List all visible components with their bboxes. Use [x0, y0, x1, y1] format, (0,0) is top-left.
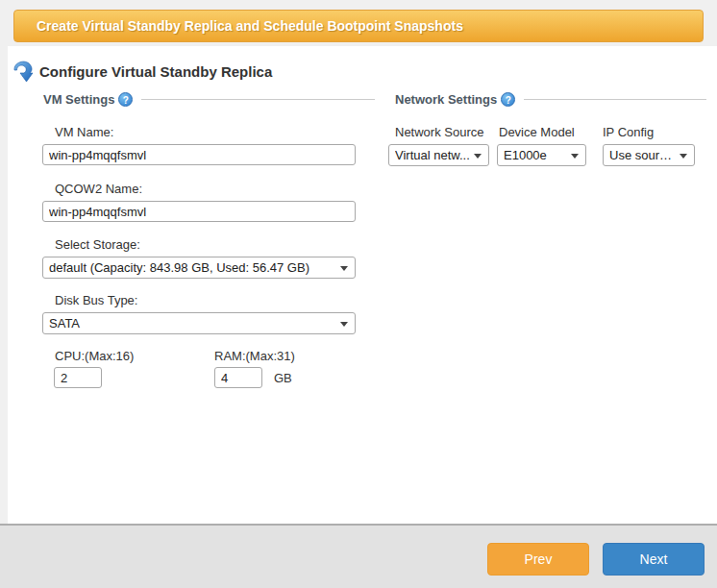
chevron-down-icon: [340, 322, 348, 327]
storage-select[interactable]: default (Capacity: 843.98 GB, Used: 56.4…: [42, 257, 356, 279]
vm-name-label: VM Name:: [55, 125, 113, 139]
network-settings-header: Network Settings ?: [388, 92, 706, 107]
network-settings-title: Network Settings: [395, 92, 497, 107]
storage-label: Select Storage:: [55, 237, 140, 252]
page-heading: Configure Virtual Standby Replica: [39, 63, 272, 80]
network-settings-section: Network Settings ? Network Source Device…: [388, 92, 706, 208]
device-model-select-value: E1000e: [504, 148, 568, 162]
device-model-label: Device Model: [499, 125, 575, 139]
network-source-select-value: Virtual netw...: [395, 148, 471, 162]
prev-button[interactable]: Prev: [487, 543, 589, 576]
chevron-down-icon: [340, 266, 348, 271]
chevron-down-icon: [571, 154, 579, 159]
cpu-input[interactable]: [54, 367, 102, 388]
disk-bus-select-value: SATA: [49, 316, 337, 331]
device-model-select[interactable]: E1000e: [497, 144, 586, 166]
network-settings-help-icon[interactable]: ?: [501, 92, 515, 107]
disk-bus-select[interactable]: SATA: [42, 312, 356, 334]
next-button[interactable]: Next: [603, 543, 705, 576]
ip-config-select-value: Use source ...: [609, 148, 677, 162]
page-heading-row: Configure Virtual Standby Replica: [12, 58, 272, 85]
network-source-label: Network Source: [395, 125, 483, 139]
chevron-down-icon: [474, 154, 482, 159]
chevron-down-icon: [680, 154, 687, 159]
section-divider: [141, 99, 375, 100]
vm-settings-help-icon[interactable]: ?: [118, 92, 133, 107]
configure-arrow-icon: [12, 59, 35, 84]
ram-input[interactable]: [214, 367, 262, 388]
vm-settings-title: VM Settings: [43, 92, 114, 107]
disk-bus-label: Disk Bus Type:: [55, 293, 137, 307]
section-divider: [524, 99, 706, 100]
network-source-select[interactable]: Virtual netw...: [388, 144, 489, 166]
dialog-title-bar: Create Virtual Standby Replica and Sched…: [13, 10, 704, 42]
vm-settings-header: VM Settings ?: [42, 92, 375, 107]
dialog-title: Create Virtual Standby Replica and Sched…: [37, 18, 463, 34]
footer-bar: Cancel Prev Next: [0, 524, 717, 588]
ip-config-select[interactable]: Use source ...: [603, 144, 695, 166]
vm-name-input[interactable]: [42, 144, 356, 165]
qcow2-name-input[interactable]: [42, 201, 356, 222]
ip-config-label: IP Config: [603, 125, 654, 139]
storage-select-value: default (Capacity: 843.98 GB, Used: 56.4…: [49, 260, 337, 275]
cpu-label: CPU:(Max:16): [55, 349, 134, 363]
ram-unit-label: GB: [274, 371, 292, 385]
qcow2-name-label: QCOW2 Name:: [55, 182, 142, 196]
ram-label: RAM:(Max:31): [214, 349, 295, 363]
vm-settings-section: VM Settings ? VM Name: QCOW2 Name: Selec…: [42, 92, 375, 400]
